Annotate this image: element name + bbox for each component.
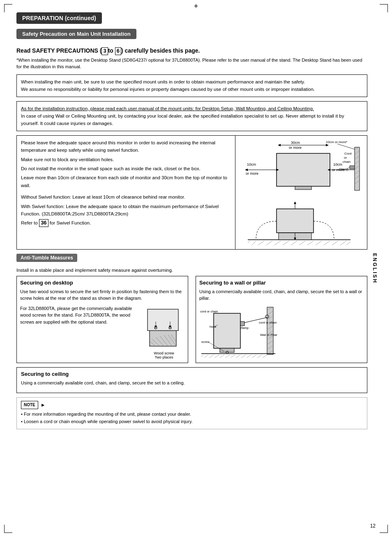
- svg-line-45: [324, 241, 330, 245]
- svg-rect-50: [277, 209, 314, 233]
- securing-wall-box: Securing to a wall or pillar Using a com…: [196, 276, 367, 363]
- svg-line-91: [231, 355, 235, 358]
- corner-mark-tr: [380, 4, 388, 12]
- svg-rect-100: [240, 322, 244, 326]
- svg-text:screw: screw: [201, 340, 210, 344]
- svg-line-35: [248, 241, 250, 243]
- svg-line-43: [307, 241, 314, 245]
- anti-tumble-intro: Install in a stable place and implement …: [16, 268, 367, 273]
- svg-rect-1: [295, 186, 311, 190]
- desktop-screw-diagram: [143, 305, 182, 350]
- svg-line-90: [225, 355, 230, 358]
- note-bullet-1: • For more information regarding the mou…: [21, 411, 363, 418]
- read-safety-title: Read SAFETY PRECAUTIONS (3to 6) carefull…: [16, 47, 367, 55]
- svg-line-46: [332, 241, 338, 245]
- svg-text:10cm or more*: 10cm or more*: [326, 140, 347, 144]
- svg-rect-55: [150, 330, 176, 346]
- svg-line-85: [201, 355, 203, 357]
- svg-text:or: or: [344, 156, 347, 160]
- securing-desktop-diagram: Wood screw Two places: [143, 305, 184, 359]
- svg-text:10cm: 10cm: [333, 162, 342, 167]
- two-places-label: Two places: [154, 355, 173, 359]
- language-label: ENGLISH: [372, 253, 378, 284]
- svg-line-33: [337, 144, 355, 149]
- securing-desktop-title: Securing on desktop: [20, 280, 184, 286]
- securing-ceiling-title: Securing to ceiling: [21, 371, 363, 377]
- svg-line-42: [299, 241, 305, 245]
- box-num-36: 36: [39, 219, 48, 227]
- svg-text:cord or chain: cord or chain: [200, 310, 218, 313]
- svg-rect-0: [277, 153, 330, 186]
- read-safety-subtitle: *When installing the monitor, use the De…: [16, 57, 367, 70]
- note-bullet-2: • Loosen a cord or chain enough while op…: [21, 418, 363, 426]
- corner-mark-tl: [4, 4, 12, 12]
- svg-rect-64: [148, 309, 178, 331]
- svg-line-95: [252, 355, 256, 358]
- main-header: PREPARATION (continued): [16, 12, 102, 24]
- securing-desktop-text: Use two wood screws to secure the set fi…: [20, 288, 184, 302]
- svg-line-41: [291, 241, 297, 245]
- svg-text:cord or chain: cord or chain: [259, 321, 277, 324]
- svg-line-96: [257, 355, 262, 358]
- clearance-section: Please leave the adequate space around t…: [16, 135, 367, 250]
- svg-line-40: [283, 241, 289, 245]
- svg-line-48: [346, 242, 350, 245]
- securing-desktop-detail-text: For 32LD8800TA, please get the commercia…: [20, 305, 140, 326]
- wood-screw-label: Wood screw: [154, 351, 174, 355]
- svg-line-37: [258, 241, 264, 245]
- info-box-2-underline: As for the installation instruction, ple…: [21, 106, 314, 111]
- note-arrow-icon: ►: [41, 401, 46, 409]
- svg-line-47: [340, 241, 346, 245]
- corner-mark-bl: [4, 525, 12, 533]
- clearance-diagram-top: 10cm or more 30cm or more 10cm or more: [244, 139, 363, 201]
- securing-desktop-box: Securing on desktop Use two wood screws …: [16, 276, 188, 363]
- svg-text:hook: hook: [210, 325, 217, 329]
- svg-text:Clamp: Clamp: [339, 167, 349, 171]
- svg-text:10cm: 10cm: [247, 162, 256, 167]
- note-label: NOTE: [21, 401, 38, 409]
- box-num-6: 6: [115, 47, 121, 55]
- svg-marker-52: [294, 201, 296, 204]
- svg-line-97: [263, 355, 267, 358]
- svg-text:Cord: Cord: [344, 152, 351, 155]
- svg-text:chain: chain: [343, 160, 350, 164]
- svg-marker-8: [278, 144, 281, 146]
- note-box: NOTE ► • For more information regarding …: [16, 397, 367, 429]
- anti-tumble-header: Anti-Tumble Measures: [16, 254, 77, 262]
- svg-text:clamp: clamp: [240, 326, 249, 330]
- svg-line-38: [266, 241, 272, 245]
- svg-line-94: [247, 355, 251, 358]
- svg-text:Wall or Pillar: Wall or Pillar: [260, 333, 277, 337]
- svg-line-44: [316, 241, 322, 245]
- center-top-mark: [194, 2, 198, 11]
- securing-wall-text: Using a commercially available cord, cha…: [199, 288, 364, 302]
- svg-line-39: [274, 241, 281, 245]
- svg-line-88: [214, 355, 219, 358]
- clearance-diagram-bottom: [244, 201, 363, 246]
- svg-marker-4: [245, 169, 248, 171]
- securing-ceiling-box: Securing to ceiling Using a commercially…: [16, 367, 367, 393]
- info-box-2: As for the installation instruction, ple…: [16, 101, 367, 131]
- note-header: NOTE ►: [21, 401, 363, 409]
- svg-line-92: [236, 355, 240, 358]
- svg-line-93: [241, 355, 246, 358]
- svg-rect-29: [350, 166, 355, 169]
- securing-ceiling-text: Using a commercially available cord, cha…: [21, 380, 363, 387]
- svg-marker-9: [326, 144, 329, 146]
- box-num-3: 3: [101, 47, 108, 55]
- info-box-2-text: In case of using Wall or Ceiling Mountin…: [21, 113, 344, 126]
- svg-line-89: [220, 355, 224, 358]
- clearance-text: Please leave the adequate space around t…: [17, 136, 235, 249]
- wall-securing-diagram: cord or chain hook screw clamp cord or c…: [199, 305, 290, 359]
- svg-line-87: [209, 355, 214, 358]
- sub-header: Safety Precaution on Main Unit Installat…: [16, 29, 136, 39]
- svg-rect-83: [220, 348, 234, 352]
- svg-line-86: [204, 355, 208, 358]
- svg-text:30cm: 30cm: [291, 141, 300, 145]
- page-number: 12: [370, 523, 376, 529]
- clearance-diagram: 10cm or more 30cm or more 10cm or more: [240, 136, 367, 249]
- info-box-1: When installing the main unit, be sure t…: [16, 74, 367, 97]
- corner-mark-br: [380, 525, 388, 533]
- svg-rect-82: [214, 313, 240, 348]
- securing-desktop-detail: For 32LD8800TA, please get the commercia…: [20, 305, 184, 359]
